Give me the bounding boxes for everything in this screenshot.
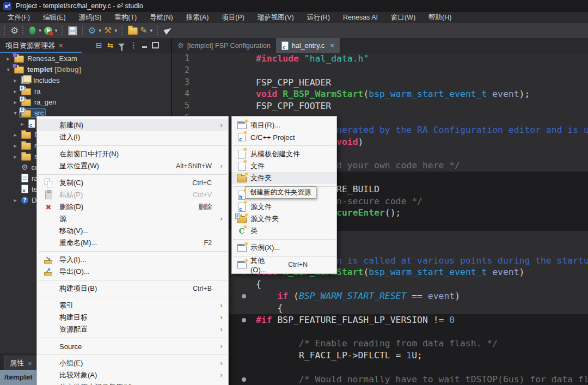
menu-item-compare-with[interactable]: 比较对象(A)› xyxy=(37,369,228,381)
submenu-item-class[interactable]: C类 xyxy=(232,225,336,237)
open-folder-button[interactable] xyxy=(128,27,138,35)
chevron-collapsed-icon[interactable]: ▸ xyxy=(11,154,19,160)
tree-item-ra-gen[interactable]: ▸ra_gen xyxy=(0,96,171,107)
filter-button[interactable] xyxy=(118,44,125,47)
tab-properties[interactable]: 属性 × xyxy=(4,356,38,370)
close-icon[interactable]: × xyxy=(59,41,63,50)
menu-separator xyxy=(38,280,227,280)
submenu-item-folder[interactable]: 文件夹 xyxy=(232,172,336,184)
menubar-item[interactable]: 重构(T) xyxy=(108,12,143,23)
menu-separator xyxy=(38,251,227,252)
menu-item-build-project[interactable]: 构建项目(B)Ctrl+B xyxy=(37,283,228,295)
menu-item-go-into[interactable]: 进入(I) xyxy=(37,131,228,143)
menu-item-build-targets[interactable]: 构建目标› xyxy=(37,311,228,323)
code-line: 23#if BSP_FEATURE_FLASH_LP_VERSION != 0 xyxy=(172,314,588,326)
chevron-collapsed-icon[interactable]: ▸ xyxy=(4,56,12,62)
menubar-item[interactable]: 编辑(E) xyxy=(36,12,72,23)
menu-item-export[interactable]: ↗导出(O)... xyxy=(37,266,228,278)
submenu-item-source-folder[interactable]: 源文件夹 xyxy=(232,213,336,225)
debug-dropdown[interactable]: ▾ xyxy=(38,28,42,33)
submenu-item-example[interactable]: 示例(X)... xyxy=(232,242,336,254)
chevron-collapsed-icon[interactable]: ▸ xyxy=(11,88,19,94)
link-editor-button[interactable]: ⇆ xyxy=(107,41,114,49)
chevron-collapsed-icon[interactable]: ▸ xyxy=(19,121,26,127)
annotate-button[interactable]: ✎ xyxy=(140,26,147,35)
menu-item-restore-from-local-history[interactable]: 从本地历史记录复原(Y)... xyxy=(37,381,228,385)
project-icon xyxy=(14,54,24,63)
menubar-item[interactable]: 文件(F) xyxy=(1,12,36,23)
close-icon[interactable]: × xyxy=(330,41,334,50)
menu-item-label: 源 xyxy=(59,214,66,224)
tab-fsp-configuration[interactable]: ⚙ [templet] FSP Configuration xyxy=(172,38,276,53)
collapse-all-button[interactable]: ⊟ xyxy=(96,41,102,49)
tab-project-explorer[interactable]: 项目资源管理器× xyxy=(5,41,63,51)
tree-item-renesas-exam[interactable]: ▸Renesas_Exam xyxy=(0,53,171,64)
debug-config-button[interactable]: ⚙ xyxy=(88,26,96,35)
submenu-item-source-file[interactable]: c源文件 xyxy=(232,201,336,213)
debug-config-dropdown[interactable]: ▾ xyxy=(99,28,102,33)
window-title: Project - templet/src/hal_entry.c - e² s… xyxy=(16,2,143,10)
chevron-collapsed-icon[interactable]: ▸ xyxy=(11,132,19,138)
tree-item-templet[interactable]: ▾templet [Debug] xyxy=(0,64,171,75)
tab-hal-entry[interactable]: c hal_entry.c × xyxy=(276,38,340,53)
menu-item-label: 在新窗口中打开(N) xyxy=(59,149,119,159)
menu-item-rename[interactable]: 重命名(M)...F2 xyxy=(37,237,228,249)
tree-item-includes[interactable]: ▸Includes xyxy=(0,75,171,85)
menubar-item[interactable]: 源码(S) xyxy=(72,12,108,23)
menu-item-new[interactable]: 新建(N)› xyxy=(37,119,228,131)
chevron-expanded-icon[interactable]: ▾ xyxy=(11,110,19,116)
menu-item-shortcut: Ctrl+V xyxy=(183,191,215,199)
menu-item-show-in[interactable]: 显示位置(W)Alt+Shift+W› xyxy=(37,160,228,172)
menubar-item[interactable]: 导航(N) xyxy=(143,12,179,23)
maximize-button[interactable] xyxy=(152,42,159,48)
tree-item-label: Renesas_Exam xyxy=(27,54,77,63)
menu-item-team[interactable]: 小组(E)› xyxy=(37,357,228,369)
menu-item-move[interactable]: 移动(V)... xyxy=(37,225,228,237)
chevron-collapsed-icon[interactable]: ▸ xyxy=(11,99,19,105)
menubar-item[interactable]: 帮助(H) xyxy=(422,12,458,23)
menubar-item[interactable]: 运行(R) xyxy=(301,12,336,23)
menu-item-label: 显示位置(W) xyxy=(59,161,99,171)
run-dropdown[interactable]: ▾ xyxy=(54,28,58,33)
menu-item-import[interactable]: ↘导入(I)... xyxy=(37,254,228,266)
menu-separator xyxy=(38,145,227,146)
chevron-expanded-icon[interactable]: ▾ xyxy=(4,66,12,72)
close-icon[interactable]: × xyxy=(28,359,32,368)
menubar-item[interactable]: 窗口(W) xyxy=(384,12,422,23)
submenu-item-cpp-project[interactable]: cC/C++ Project xyxy=(232,131,336,143)
c-project-icon: c xyxy=(236,133,247,142)
chevron-collapsed-icon[interactable]: ▸ xyxy=(11,197,19,203)
menubar-item[interactable]: Renesas AI xyxy=(336,12,384,23)
view-menu-button[interactable]: ⋮ xyxy=(130,41,137,49)
menu-item-source-cn[interactable]: 源› xyxy=(37,213,228,225)
submenu-item-file[interactable]: 文件 xyxy=(232,160,336,172)
build-dropdown[interactable]: ▾ xyxy=(114,28,118,33)
menu-item-open-in-new-window[interactable]: 在新窗口中打开(N) xyxy=(37,148,228,160)
menubar-item[interactable]: 项目(P) xyxy=(215,12,251,23)
menu-item-label: 文件 xyxy=(250,161,265,171)
debug-button[interactable] xyxy=(29,26,36,35)
submenu-item-other[interactable]: 其他(O)...Ctrl+N xyxy=(232,259,336,271)
menu-item-delete[interactable]: ✖删除(D)删除 xyxy=(37,201,228,213)
build-button[interactable]: ⚒ xyxy=(104,26,112,35)
menu-item-copy[interactable]: 复制(C)Ctrl+C xyxy=(37,177,228,189)
menu-item-label: 其他(O)... xyxy=(250,256,278,274)
menu-item-source[interactable]: Source› xyxy=(37,340,228,352)
chevron-collapsed-icon[interactable]: ▸ xyxy=(11,77,19,83)
settings-button[interactable]: ⚙ xyxy=(10,26,19,35)
code-line: 3FSP_CPP_HEADER xyxy=(172,77,588,89)
submenu-item-file-from-template[interactable]: 从模板创建文件 xyxy=(232,148,336,160)
clean-button[interactable] xyxy=(163,26,173,35)
run-button[interactable] xyxy=(44,27,52,35)
save-button[interactable] xyxy=(68,26,77,35)
menu-item-index[interactable]: 索引› xyxy=(37,300,228,311)
annotate-dropdown[interactable]: ▾ xyxy=(149,28,153,33)
menubar-item[interactable]: 搜索(A) xyxy=(180,12,216,23)
submenu-item-project[interactable]: 项目(R)... xyxy=(232,119,336,131)
menu-item-resource-configurations[interactable]: 资源配置› xyxy=(37,323,228,335)
minimize-button[interactable] xyxy=(142,46,147,48)
chevron-collapsed-icon[interactable]: ▸ xyxy=(11,143,19,149)
tree-item-ra[interactable]: ▸ra xyxy=(0,85,171,96)
menubar-item[interactable]: 瑞萨视图(V) xyxy=(251,12,301,23)
menu-separator xyxy=(233,145,335,146)
